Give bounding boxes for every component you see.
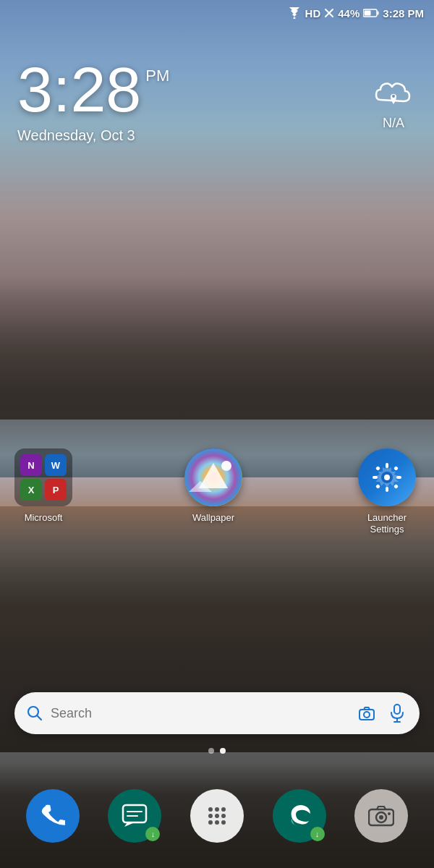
clock-area: 3:28 PM Wednesday, Oct 3 N/A [0,58,434,144]
wallpaper-app-icon[interactable] [184,448,242,506]
page-dot-2[interactable] [220,748,226,754]
svg-rect-15 [396,476,401,479]
camera-search-button[interactable] [356,702,378,724]
dock-camera-button[interactable] [354,789,408,843]
battery-percentage: 44% [338,7,359,20]
gear-icon [371,461,403,493]
svg-rect-16 [375,466,380,471]
status-time: 3:28 PM [383,7,424,20]
svg-rect-13 [386,487,388,492]
dock-phone-button[interactable] [26,789,80,843]
search-icon [26,705,43,722]
word-icon: W [45,454,67,476]
wallpaper-label: Wallpaper [192,512,234,524]
svg-point-43 [379,815,383,820]
svg-rect-5 [378,12,379,15]
svg-point-38 [208,820,213,825]
search-bar[interactable] [14,692,420,734]
svg-point-0 [293,17,295,20]
wifi-icon [287,7,302,19]
weather-label: N/A [383,116,404,131]
clock-ampm: PM [145,67,169,85]
phone-icon [41,804,65,828]
wallpaper-app-item[interactable]: Wallpaper [184,448,242,524]
page-dot-1[interactable] [208,748,214,754]
svg-rect-26 [394,705,400,714]
clock-left: 3:28 PM Wednesday, Oct 3 [17,58,169,144]
svg-point-21 [384,475,390,480]
status-icons: HD 44% 3:28 PM [287,7,424,20]
svg-rect-18 [375,484,380,489]
status-bar: HD 44% 3:28 PM [0,0,434,26]
powerpoint-icon: P [45,479,67,501]
bottom-dock: ↓ ↓ [0,763,434,868]
svg-point-39 [215,820,219,825]
svg-point-34 [221,807,226,812]
microsoft-label: Microsoft [25,512,63,524]
launcher-settings-item[interactable]: Launcher Settings [354,448,420,535]
microphone-icon [389,704,405,723]
excel-icon: X [20,479,42,501]
edge-badge: ↓ [310,827,325,841]
microphone-search-button[interactable] [386,702,408,724]
svg-rect-14 [373,476,378,479]
hd-badge: HD [305,7,321,20]
apps-grid-icon [205,804,229,828]
dock-apps-button[interactable] [190,789,244,843]
weather-widget: N/A [370,72,417,131]
svg-rect-12 [386,463,388,468]
search-input[interactable] [51,706,356,721]
microsoft-folder-icon[interactable]: N W X P [14,448,72,506]
svg-rect-17 [393,466,399,471]
svg-rect-29 [123,805,146,822]
svg-point-9 [221,461,231,471]
battery-icon [363,9,379,17]
clock-date: Wednesday, Oct 3 [17,127,169,144]
svg-point-25 [364,712,370,718]
svg-rect-19 [393,484,399,489]
camera-search-icon [357,705,376,721]
wallpaper-icon-graphic [184,448,242,506]
edge-icon [286,802,313,830]
time-display: 3:28 PM [17,58,169,122]
dock-edge-button[interactable]: ↓ [273,789,326,843]
launcher-settings-label: Launcher Settings [354,512,420,535]
svg-point-32 [208,807,213,812]
clock-time: 3:28 [17,58,141,122]
camera-icon [368,805,394,827]
signal-cross-icon [324,8,334,18]
weather-icon [370,72,417,111]
svg-point-33 [215,807,219,812]
onenote-icon: N [20,454,42,476]
apps-area: N W X P Microsoft [0,448,434,535]
dock-messages-button[interactable]: ↓ [108,789,161,843]
messages-badge: ↓ [145,827,160,841]
microsoft-folder-item[interactable]: N W X P Microsoft [14,448,72,524]
svg-rect-4 [365,11,371,16]
page-indicators [0,748,434,754]
svg-point-44 [388,812,391,815]
svg-point-40 [221,820,226,825]
svg-line-23 [37,715,41,720]
svg-point-36 [215,814,219,818]
svg-point-37 [221,814,226,818]
svg-point-6 [392,95,395,98]
search-actions [356,702,408,724]
svg-point-35 [208,814,213,818]
messages-icon [122,804,148,828]
launcher-settings-icon[interactable] [358,448,416,506]
